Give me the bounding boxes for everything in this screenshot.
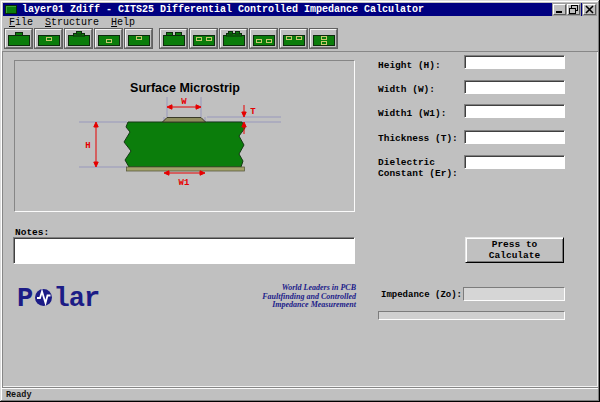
width1-label: Width1 (W1): — [378, 108, 466, 119]
app-icon[interactable] — [5, 5, 17, 14]
dim-w-label: W — [181, 97, 187, 107]
toolbar-button-coated-microstrip[interactable] — [64, 28, 93, 49]
diff-embedded-microstrip-icon — [190, 29, 217, 48]
diff-surface-microstrip-icon — [160, 29, 187, 48]
structure-diagram: Surface Microstrip — [15, 61, 354, 211]
minimize-button[interactable] — [553, 4, 566, 15]
dielectric-constant-label: Dielectric Constant (Er): — [378, 157, 466, 179]
progress-bar — [378, 311, 565, 320]
toolbar-button-broadside-coupled-stripline[interactable] — [309, 28, 338, 49]
substrate-shape — [124, 122, 245, 167]
surface-microstrip-icon — [5, 29, 32, 48]
height-label: Height (H): — [378, 60, 466, 71]
app-window: layer01 Zdiff - CITS25 Differential Cont… — [0, 0, 600, 402]
diff-stripline-icon — [250, 29, 277, 48]
close-icon — [585, 5, 594, 14]
width-input[interactable] — [464, 80, 565, 94]
width1-input[interactable] — [464, 104, 565, 118]
dim-h-label: H — [85, 141, 90, 151]
toolbar-button-diff-embedded-microstrip[interactable] — [189, 28, 218, 49]
solder-mask-strip — [127, 167, 245, 171]
calculate-button[interactable]: Press to Calculate — [465, 237, 564, 263]
toolbar-button-embedded-microstrip[interactable] — [34, 28, 63, 49]
tagline: World Leaders in PCB Faultfinding and Co… — [190, 284, 356, 310]
restore-button[interactable] — [567, 4, 580, 15]
toolbar-button-diff-offset-stripline[interactable] — [279, 28, 308, 49]
diff-offset-stripline-icon — [280, 29, 307, 48]
structure-diagram-panel: Surface Microstrip — [14, 60, 355, 212]
diff-coated-microstrip-icon — [220, 29, 247, 48]
restore-icon — [569, 5, 578, 14]
close-button[interactable] — [583, 4, 596, 15]
window-title: layer01 Zdiff - CITS25 Differential Cont… — [22, 3, 424, 16]
embedded-microstrip-icon — [35, 29, 62, 48]
coated-microstrip-icon — [65, 29, 92, 48]
toolbar-button-diff-coated-microstrip[interactable] — [219, 28, 248, 49]
title-bar[interactable]: layer01 Zdiff - CITS25 Differential Cont… — [3, 3, 597, 16]
impedance-output — [463, 287, 565, 301]
polar-logo: P lar — [16, 283, 108, 316]
impedance-label: Impedance (Zo): — [381, 290, 462, 300]
toolbar-button-diff-stripline[interactable] — [249, 28, 278, 49]
status-bar: Ready — [2, 387, 598, 400]
tagline-line-3: Impedance Measurement — [190, 301, 356, 310]
height-input[interactable] — [464, 55, 565, 69]
diagram-title: Surface Microstrip — [130, 81, 240, 95]
dielectric-constant-input[interactable] — [464, 155, 565, 169]
structure-toolbar — [4, 28, 339, 49]
window-controls — [552, 4, 596, 15]
logo-text-lar: lar — [54, 284, 100, 311]
notes-input[interactable] — [13, 237, 355, 264]
status-text: Ready — [6, 390, 32, 400]
offset-stripline-icon — [125, 29, 152, 48]
toolbar-button-stripline[interactable] — [94, 28, 123, 49]
stripline-icon — [95, 29, 122, 48]
logo-text-p: P — [17, 284, 33, 311]
width-label: Width (W): — [378, 84, 466, 95]
toolbar-button-diff-surface-microstrip[interactable] — [159, 28, 188, 49]
dim-w1-label: W1 — [179, 178, 190, 188]
toolbar-button-offset-stripline[interactable] — [124, 28, 153, 49]
trace-shape — [163, 118, 206, 123]
thickness-input[interactable] — [464, 130, 565, 144]
minimize-icon — [555, 5, 564, 14]
thickness-label: Thickness (T): — [378, 133, 466, 144]
broadside-coupled-stripline-icon — [310, 29, 337, 48]
dim-t-label: T — [250, 107, 256, 117]
toolbar-button-surface-microstrip[interactable] — [4, 28, 33, 49]
